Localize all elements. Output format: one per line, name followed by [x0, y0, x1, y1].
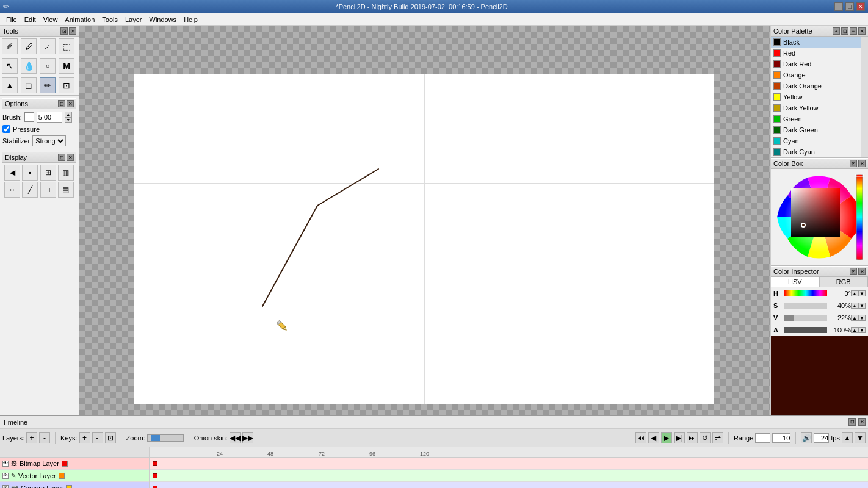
inspector-float[interactable]: ⊡ [850, 268, 857, 275]
palette-add[interactable]: + [833, 27, 840, 35]
select-tool[interactable]: ⬚ [59, 38, 74, 54]
options-float-button[interactable]: ⊡ [58, 100, 65, 107]
add-key-button[interactable]: + [79, 432, 90, 443]
brush-color-swatch[interactable] [24, 112, 34, 122]
layer-color-camera[interactable] [66, 485, 72, 489]
goto-start-button[interactable]: ⏮ [635, 432, 646, 443]
display-grid-btn[interactable]: ⊞ [40, 165, 56, 181]
display-close-button[interactable]: ✕ [67, 154, 74, 161]
palette-list[interactable]: ≡ [850, 27, 857, 35]
fps-down[interactable]: ▼ [855, 432, 866, 443]
timeline-float[interactable]: ⊡ [848, 418, 856, 426]
color-wheel-svg[interactable] [774, 171, 866, 263]
v-spin-down[interactable]: ▼ [858, 315, 866, 321]
next-frame-button[interactable]: ▶| [674, 432, 685, 443]
palette-float[interactable]: ⊡ [841, 27, 848, 35]
color-item-green[interactable]: Green [771, 113, 861, 124]
palette-close[interactable]: ✕ [858, 27, 866, 35]
stabilizer-select[interactable]: None Weak Strong [32, 135, 66, 146]
layer-visibility-bitmap[interactable]: 👁 [2, 461, 9, 467]
layer-color-bitmap[interactable] [62, 461, 68, 467]
menu-help[interactable]: Help [180, 15, 201, 24]
pen-tool[interactable]: 🖊 [21, 38, 37, 54]
color-item-red[interactable]: Red [771, 48, 861, 59]
track-bitmap[interactable] [150, 458, 868, 470]
track-camera[interactable] [150, 482, 868, 488]
v-spin-up[interactable]: ▲ [851, 315, 858, 321]
smudge-tool[interactable]: ○ [40, 58, 56, 74]
add-layer-button[interactable]: + [26, 432, 37, 443]
menu-file[interactable]: File [2, 15, 21, 24]
display-flip-h[interactable]: ↔ [4, 182, 20, 198]
copy-key-button[interactable]: ⊡ [105, 432, 116, 443]
color-item-orange[interactable]: Orange [771, 70, 861, 81]
a-spin-up[interactable]: ▲ [851, 327, 858, 333]
track-vector[interactable] [150, 470, 868, 482]
minimize-button[interactable]: ─ [834, 2, 843, 11]
sound-button[interactable]: 🔊 [801, 432, 812, 443]
layer-row-bitmap[interactable]: 👁 🖼 Bitmap Layer [0, 458, 149, 470]
canvas-area[interactable] [79, 26, 770, 415]
polyline-tool[interactable]: M [59, 58, 74, 74]
color-box-close[interactable]: ✕ [858, 160, 866, 167]
brush-size-spinner[interactable]: ▲ ▼ [65, 112, 72, 123]
color-item-dark-orange[interactable]: Dark Orange [771, 81, 861, 92]
restore-button[interactable]: □ [845, 2, 854, 11]
camera-tool2[interactable]: ⊡ [59, 77, 74, 93]
eyedropper-tool[interactable]: 💧 [21, 58, 37, 74]
drawing-canvas[interactable] [134, 74, 714, 404]
s-spin-up[interactable]: ▲ [851, 303, 858, 309]
brush-tool[interactable]: ⟋ [40, 38, 56, 54]
menu-view[interactable]: View [40, 15, 62, 24]
zoom-slider[interactable] [147, 434, 184, 442]
color-item-dark-yellow[interactable]: Dark Yellow [771, 102, 861, 113]
range-start-input[interactable] [755, 433, 770, 443]
timeline-close[interactable]: ✕ [858, 418, 866, 426]
h-spin-up[interactable]: ▲ [851, 290, 858, 296]
layer-visibility-vector[interactable]: 👁 [2, 473, 9, 479]
h-spin-down[interactable]: ▼ [858, 290, 866, 296]
fill-tool[interactable]: ▲ [2, 77, 18, 93]
remove-layer-button[interactable]: - [39, 432, 50, 443]
color-item-yellow[interactable]: Yellow [771, 92, 861, 102]
color-item-dark-cyan[interactable]: Dark Cyan [771, 146, 861, 157]
color-item-cyan[interactable]: Cyan [771, 135, 861, 146]
fps-up[interactable]: ▲ [842, 432, 853, 443]
layer-row-vector[interactable]: 👁 ✎ Vector Layer [0, 470, 149, 482]
prev-frame-button[interactable]: ◀ [648, 432, 659, 443]
color-box-float[interactable]: ⊡ [850, 160, 857, 167]
color-item-dark-red[interactable]: Dark Red [771, 59, 861, 70]
palette-scrollbar[interactable] [861, 37, 868, 157]
color-item-dark-green[interactable]: Dark Green [771, 124, 861, 135]
display-line[interactable]: ╱ [22, 182, 38, 198]
brush-size-down[interactable]: ▼ [65, 117, 72, 123]
menu-windows[interactable]: Windows [146, 15, 181, 24]
tools-close-button[interactable]: ✕ [69, 27, 76, 35]
menu-layer[interactable]: Layer [121, 15, 146, 24]
menu-animation[interactable]: Animation [61, 15, 98, 24]
fps-input[interactable] [814, 433, 829, 443]
layer-visibility-camera[interactable]: 👁 [2, 485, 9, 489]
color-item-black[interactable]: Black [771, 37, 861, 48]
display-checkerboard[interactable]: ▥ [58, 165, 74, 181]
inspector-close[interactable]: ✕ [858, 268, 866, 275]
brush-size-up[interactable]: ▲ [65, 112, 72, 117]
play-button[interactable]: ▶ [661, 432, 672, 443]
loop-sel-button[interactable]: ⇌ [712, 432, 723, 443]
menu-edit[interactable]: Edit [21, 15, 40, 24]
pencil-tool[interactable]: ✐ [2, 38, 18, 54]
s-spin-down[interactable]: ▼ [858, 303, 866, 309]
a-spin-down[interactable]: ▼ [858, 327, 866, 333]
tab-hsv[interactable]: HSV [771, 277, 820, 287]
loop-button[interactable]: ↺ [700, 432, 711, 443]
close-button[interactable]: ✕ [856, 2, 865, 11]
display-onion-prev[interactable]: ◀ [4, 165, 20, 181]
eraser-tool[interactable]: ◻ [21, 77, 37, 93]
display-tint[interactable]: ▤ [58, 182, 74, 198]
brush-size-input[interactable]: 5.00 [37, 112, 62, 123]
zoom-handle[interactable] [151, 435, 160, 441]
display-float-button[interactable]: ⊡ [58, 154, 65, 161]
onion-prev-btn[interactable]: ◀◀ [230, 432, 241, 443]
display-outline[interactable]: □ [40, 182, 56, 198]
display-onion-both[interactable]: ▪ [22, 165, 38, 181]
